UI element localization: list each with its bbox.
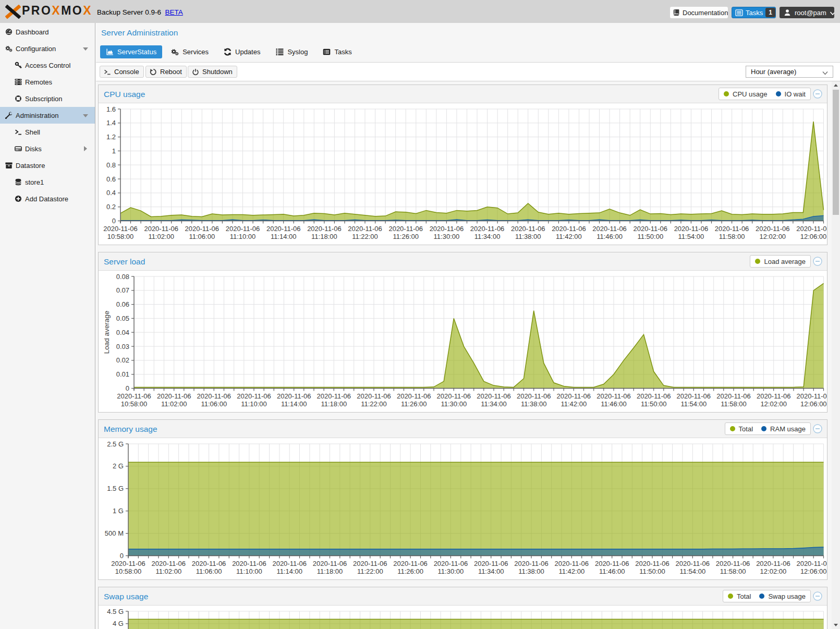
svg-text:2020-11-06: 2020-11-06 xyxy=(348,225,382,233)
svg-text:0.03: 0.03 xyxy=(116,343,129,350)
svg-text:10:58:00: 10:58:00 xyxy=(107,233,134,240)
svg-text:2020-11-06: 2020-11-06 xyxy=(514,560,549,567)
svg-text:2020-11-06: 2020-11-06 xyxy=(676,560,710,567)
svg-text:11:26:00: 11:26:00 xyxy=(397,567,423,575)
svg-text:11:38:00: 11:38:00 xyxy=(515,233,541,240)
svg-text:11:14:00: 11:14:00 xyxy=(271,233,297,240)
svg-text:2020-11-06: 2020-11-06 xyxy=(756,560,790,567)
svg-text:2020-11-06: 2020-11-06 xyxy=(353,560,387,567)
svg-text:11:46:00: 11:46:00 xyxy=(601,400,627,408)
svg-text:11:14:00: 11:14:00 xyxy=(276,567,302,575)
svg-text:2020-11-06: 2020-11-06 xyxy=(674,225,709,233)
svg-text:2020-11-06: 2020-11-06 xyxy=(715,225,749,233)
svg-text:11:06:00: 11:06:00 xyxy=(189,233,215,240)
svg-text:11:30:00: 11:30:00 xyxy=(438,567,464,575)
svg-text:2020-11-06: 2020-11-06 xyxy=(237,392,271,400)
svg-text:2020-11-06: 2020-11-06 xyxy=(397,392,431,400)
svg-text:2020-11-06: 2020-11-06 xyxy=(677,392,711,400)
svg-text:12:06:00: 12:06:00 xyxy=(800,567,827,575)
svg-text:2020-11-06: 2020-11-06 xyxy=(517,392,551,400)
svg-text:2020-11-06: 2020-11-06 xyxy=(470,225,505,233)
svg-text:11:06:00: 11:06:00 xyxy=(201,400,227,408)
svg-text:2020-11-06: 2020-11-06 xyxy=(357,392,391,400)
svg-text:2020-11-06: 2020-11-06 xyxy=(796,225,827,233)
svg-text:11:22:00: 11:22:00 xyxy=(357,567,383,575)
svg-text:2020-11-06: 2020-11-06 xyxy=(197,392,232,400)
svg-text:11:58:00: 11:58:00 xyxy=(721,400,747,408)
svg-text:12:06:00: 12:06:00 xyxy=(800,233,827,240)
svg-text:1.4: 1.4 xyxy=(106,119,116,127)
svg-text:11:10:00: 11:10:00 xyxy=(236,567,262,575)
svg-text:2020-11-06: 2020-11-06 xyxy=(437,392,471,400)
svg-text:2020-11-06: 2020-11-06 xyxy=(272,560,307,567)
svg-text:2020-11-06: 2020-11-06 xyxy=(757,392,791,400)
svg-text:11:02:00: 11:02:00 xyxy=(155,567,181,575)
svg-text:2020-11-06: 2020-11-06 xyxy=(797,392,827,400)
svg-text:10:58:00: 10:58:00 xyxy=(121,400,148,408)
svg-text:11:50:00: 11:50:00 xyxy=(639,567,665,575)
svg-text:2020-11-06: 2020-11-06 xyxy=(474,560,508,567)
svg-text:0.01: 0.01 xyxy=(116,370,129,378)
svg-text:2020-11-06: 2020-11-06 xyxy=(144,225,178,233)
svg-text:0.08: 0.08 xyxy=(116,273,129,281)
svg-text:2020-11-06: 2020-11-06 xyxy=(634,225,668,233)
svg-text:11:06:00: 11:06:00 xyxy=(196,567,222,575)
svg-text:11:18:00: 11:18:00 xyxy=(317,567,343,575)
svg-text:0.2: 0.2 xyxy=(106,203,116,211)
svg-text:0.04: 0.04 xyxy=(116,329,129,336)
svg-text:2.5 G: 2.5 G xyxy=(107,440,124,448)
svg-text:11:38:00: 11:38:00 xyxy=(521,400,547,408)
svg-text:2020-11-06: 2020-11-06 xyxy=(756,225,790,233)
svg-text:11:42:00: 11:42:00 xyxy=(558,567,585,575)
svg-text:11:26:00: 11:26:00 xyxy=(393,233,419,240)
svg-text:2020-11-06: 2020-11-06 xyxy=(266,225,301,233)
svg-text:11:54:00: 11:54:00 xyxy=(679,567,705,575)
svg-text:11:18:00: 11:18:00 xyxy=(311,233,337,240)
svg-text:2020-11-06: 2020-11-06 xyxy=(277,392,311,400)
svg-text:2020-11-06: 2020-11-06 xyxy=(313,560,347,567)
svg-text:12:02:00: 12:02:00 xyxy=(760,400,787,408)
svg-text:11:34:00: 11:34:00 xyxy=(478,567,504,575)
svg-text:2020-11-06: 2020-11-06 xyxy=(157,392,191,400)
svg-text:11:14:00: 11:14:00 xyxy=(281,400,307,408)
svg-text:2020-11-06: 2020-11-06 xyxy=(595,560,629,567)
svg-text:0.8: 0.8 xyxy=(106,161,116,169)
svg-text:2020-11-06: 2020-11-06 xyxy=(192,560,226,567)
svg-text:0.07: 0.07 xyxy=(116,286,129,294)
svg-text:11:10:00: 11:10:00 xyxy=(241,400,267,408)
svg-text:11:38:00: 11:38:00 xyxy=(518,567,544,575)
svg-text:11:58:00: 11:58:00 xyxy=(720,567,746,575)
svg-text:2020-11-06: 2020-11-06 xyxy=(388,225,423,233)
svg-text:11:10:00: 11:10:00 xyxy=(230,233,256,240)
svg-text:4 G: 4 G xyxy=(113,620,124,627)
svg-text:2020-11-06: 2020-11-06 xyxy=(152,560,186,567)
svg-text:2020-11-06: 2020-11-06 xyxy=(552,225,586,233)
svg-text:1.6: 1.6 xyxy=(106,105,116,113)
svg-text:0.06: 0.06 xyxy=(116,300,129,308)
svg-text:2020-11-06: 2020-11-06 xyxy=(117,392,151,400)
svg-text:0.02: 0.02 xyxy=(116,356,129,364)
svg-text:4.5 G: 4.5 G xyxy=(107,608,124,615)
svg-text:2020-11-06: 2020-11-06 xyxy=(716,560,750,567)
svg-text:2020-11-06: 2020-11-06 xyxy=(103,225,138,233)
svg-text:2020-11-06: 2020-11-06 xyxy=(434,560,468,567)
svg-text:2020-11-06: 2020-11-06 xyxy=(232,560,266,567)
svg-text:2020-11-06: 2020-11-06 xyxy=(226,225,260,233)
svg-text:2020-11-06: 2020-11-06 xyxy=(716,392,751,400)
svg-text:1 G: 1 G xyxy=(113,507,124,515)
svg-text:11:54:00: 11:54:00 xyxy=(678,233,704,240)
svg-text:2020-11-06: 2020-11-06 xyxy=(596,392,631,400)
svg-text:12:06:00: 12:06:00 xyxy=(800,400,827,408)
svg-text:11:22:00: 11:22:00 xyxy=(352,233,378,240)
svg-text:1.5 G: 1.5 G xyxy=(107,485,124,492)
svg-text:1.2: 1.2 xyxy=(106,133,116,141)
svg-text:11:18:00: 11:18:00 xyxy=(321,400,347,408)
svg-text:Load average: Load average xyxy=(103,311,111,354)
svg-text:11:22:00: 11:22:00 xyxy=(361,400,387,408)
svg-text:0: 0 xyxy=(126,384,129,392)
svg-text:11:42:00: 11:42:00 xyxy=(556,233,582,240)
svg-text:2020-11-06: 2020-11-06 xyxy=(637,392,671,400)
svg-text:2020-11-06: 2020-11-06 xyxy=(555,560,589,567)
svg-text:2020-11-06: 2020-11-06 xyxy=(635,560,669,567)
svg-text:2020-11-06: 2020-11-06 xyxy=(307,225,342,233)
